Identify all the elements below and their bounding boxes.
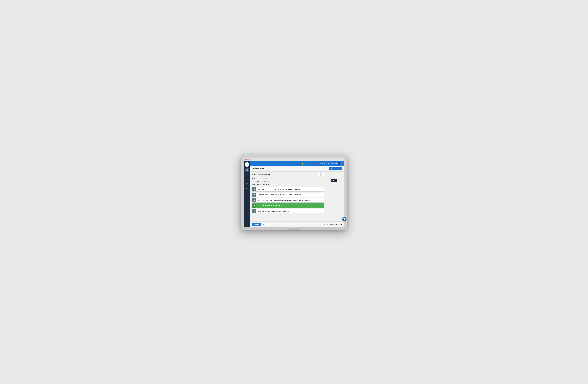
change-reading-button[interactable]: Change Reading (329, 167, 342, 170)
app-layout: ANALYSTPREP (244, 161, 344, 227)
gmat-label: GMAT (305, 163, 309, 164)
cart-label: Cart (312, 163, 315, 164)
timer-value: 30 (334, 175, 336, 178)
svg-rect-1 (247, 170, 247, 171)
nav-arrows: ‹ › (318, 173, 324, 176)
option-a[interactable]: A Statement (1) ALONE is sufficient but … (252, 187, 324, 192)
bookmark-button[interactable] (262, 223, 266, 226)
timer: ⏱ 30 (332, 175, 336, 178)
question-panel: Number Properties (Q. 78) ‹ › If n is an… (252, 173, 324, 220)
star-rating[interactable]: ★ ★ ★ ★ ★ (334, 224, 342, 225)
sidebar-logo[interactable]: ANALYSTPREP (245, 162, 249, 167)
user-menu[interactable]: Welcome, Simon AnalystPrep AP ▾ (319, 162, 342, 165)
topnav-items: 🔔 GMAT ▾ Cart 3 Welcome, Simon AnalystPr… (302, 162, 342, 165)
laptop-frame: ANALYSTPREP (241, 155, 347, 230)
star-3[interactable]: ★ (337, 224, 339, 225)
welcome-text: Welcome, Simon AnalystPrep (319, 163, 337, 164)
right-panel: ⏱ 30 (326, 173, 342, 220)
content-header: Question Bank Change Reading (250, 166, 344, 172)
star-1[interactable]: ★ (334, 224, 336, 225)
statement-1: (1) n2 + 1 is an odd integer. (252, 180, 324, 182)
svg-marker-5 (247, 179, 248, 180)
main-area: 🔔 GMAT ▾ Cart 3 Welcome, Simon AnalystPr… (250, 161, 344, 227)
validate-button[interactable]: Validate (252, 223, 261, 226)
sidebar-item-brain[interactable] (245, 173, 249, 177)
nav-divider (318, 162, 318, 165)
hamburger-icon[interactable] (341, 159, 343, 160)
option-d-letter: D (252, 203, 256, 208)
bottom-toolbar: Validate Rate this Qu (250, 221, 344, 227)
option-c[interactable]: C BOTH statements TOGETHER are sufficien… (252, 198, 324, 203)
option-b-letter: B (252, 193, 256, 197)
user-chevron: ▾ (341, 163, 342, 164)
laptop-base (241, 227, 347, 230)
notification-bell[interactable]: 🔔 (302, 163, 304, 164)
svg-rect-4 (246, 179, 247, 180)
user-avatar: AP (337, 162, 341, 165)
laptop-notch (287, 229, 301, 230)
top-navigation: 🔔 GMAT ▾ Cart 3 Welcome, Simon AnalystPr… (250, 161, 344, 166)
sidebar: ANALYSTPREP (244, 161, 250, 227)
question-text: If n is an integer, is n even? (252, 178, 324, 179)
minimize-button[interactable] (247, 159, 249, 160)
question-header: Number Properties (Q. 78) ‹ › (252, 173, 324, 176)
logo-text: ANALYSTPREP (245, 164, 249, 165)
sidebar-item-video[interactable] (245, 177, 249, 181)
svg-rect-2 (247, 169, 248, 171)
pause-button[interactable] (331, 179, 337, 182)
timer-icon: ⏱ (332, 175, 333, 177)
cart-count: 3 (315, 163, 316, 164)
close-button[interactable] (245, 159, 247, 160)
star-2[interactable]: ★ (336, 224, 337, 225)
option-e[interactable]: E Statements (1) and (2) TOGETHER are no… (252, 209, 324, 213)
option-b[interactable]: B Statement (2) ALONE is sufficient but … (252, 193, 324, 197)
option-c-letter: C (252, 198, 256, 203)
option-e-text: Statements (1) and (2) TOGETHER are not … (256, 210, 290, 212)
rating-section: Rate this Question ★ ★ ★ ★ ★ (323, 224, 342, 225)
question-category: Number Properties (Q. 78) (252, 174, 270, 175)
screen: ANALYSTPREP (244, 158, 344, 227)
option-b-text: Statement (2) ALONE is sufficient but st… (256, 194, 303, 196)
prev-arrow[interactable]: ‹ (318, 173, 321, 176)
rate-label: Rate this Question (323, 224, 334, 225)
sidebar-item-finance[interactable]: $ (245, 186, 249, 190)
cart-button[interactable]: Cart 3 (312, 163, 317, 164)
page-title: Question Bank (252, 168, 264, 170)
sidebar-item-help[interactable]: ? (245, 182, 249, 186)
option-a-letter: A (252, 187, 256, 191)
statement-2: (2) 3n + 2 is an even integer. (252, 183, 324, 185)
option-d[interactable]: D EACH statement ALONE is sufficient. (252, 203, 324, 208)
gmat-chevron: ▾ (310, 163, 310, 164)
next-arrow[interactable]: › (321, 173, 324, 176)
online-indicator (248, 165, 249, 166)
option-d-text: EACH statement ALONE is sufficient. (256, 205, 282, 206)
gmat-selector[interactable]: GMAT ▾ (305, 163, 310, 164)
answer-options: A Statement (1) ALONE is sufficient but … (252, 187, 324, 213)
option-e-letter: E (252, 209, 256, 213)
svg-point-3 (246, 174, 248, 175)
star-5[interactable]: ★ (341, 224, 342, 225)
option-c-text: BOTH statements TOGETHER are sufficient,… (256, 199, 312, 201)
option-a-text: Statement (1) ALONE is sufficient but st… (256, 188, 303, 190)
svg-text:?: ? (247, 183, 248, 184)
maximize-button[interactable] (249, 159, 250, 160)
svg-rect-0 (246, 170, 247, 171)
sidebar-item-chart[interactable] (245, 168, 249, 172)
star-4[interactable]: ★ (339, 224, 340, 225)
main-content: Number Properties (Q. 78) ‹ › If n is an… (250, 172, 344, 221)
pause-icon (333, 180, 334, 181)
flag-button[interactable] (267, 223, 270, 226)
window-controls (244, 158, 344, 161)
